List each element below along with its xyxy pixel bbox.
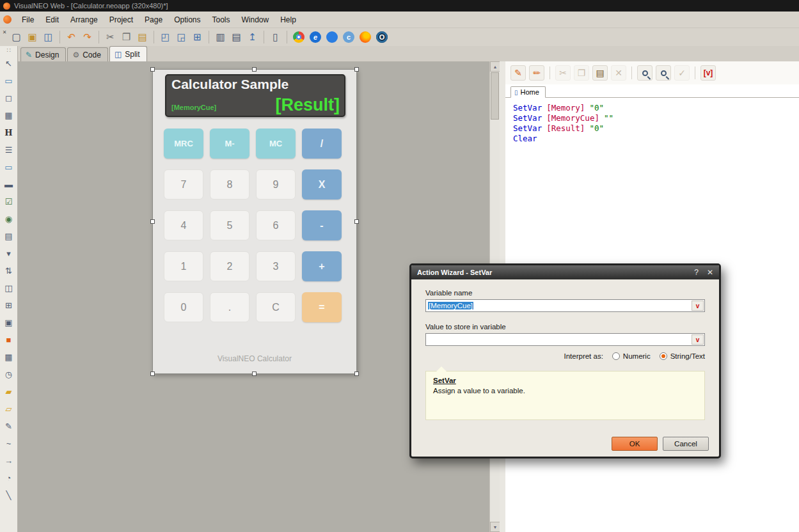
toolbar-close-icon[interactable]: ✕ [1,29,8,35]
selection-handle[interactable] [150,219,155,224]
rectangle-tool[interactable]: ▭ [1,72,17,90]
undo-icon[interactable]: ↶ [64,30,79,45]
pointer-tool[interactable]: ↖ [1,55,17,72]
text-entry-tool[interactable]: ▭ [1,159,17,176]
menu-item-options[interactable]: Options [168,13,206,27]
combobox-tool[interactable]: ▾ [1,245,17,262]
tab-control-tool[interactable]: ◫ [1,279,17,297]
edit-action-icon[interactable]: ✎ [510,65,526,81]
tab-code[interactable]: ⚙ Code [67,47,107,61]
selection-handle[interactable] [252,372,257,376]
checkbox-tool[interactable]: ☑ [1,193,17,210]
menu-item-arrange[interactable]: Arrange [65,13,104,27]
code-line[interactable]: SetVar[Memory]"0" [513,103,799,113]
scroll-up-icon[interactable]: ▲ [490,61,500,72]
timer-tool[interactable]: ◷ [1,366,17,383]
code-line[interactable]: SetVar[Result]"0" [513,123,799,134]
new-project-icon[interactable]: ▢ [9,30,24,45]
align-icon[interactable]: ⊞ [190,30,205,45]
calc-button-3[interactable]: 3 [256,251,296,281]
code-editor[interactable]: SetVar[Memory]"0" SetVar[MemoryCue]"" Se… [505,98,799,144]
numeric-radio-label[interactable]: Numeric [623,352,651,360]
save-icon[interactable]: ◫ [41,30,56,45]
arrow-tool[interactable]: → [1,452,17,469]
string-text-radio-label[interactable]: String/Text [670,352,705,360]
dialog-close-button[interactable]: ✕ [707,268,713,277]
menu-item-help[interactable]: Help [274,13,302,27]
redo-icon[interactable]: ↷ [80,30,95,45]
clock-tool[interactable]: ◔ [1,469,17,487]
menu-item-window[interactable]: Window [236,13,275,27]
calc-button-6[interactable]: 6 [256,210,296,240]
palette-grip-icon[interactable]: ∷ [6,47,10,55]
copy-icon[interactable]: ❐ [119,30,134,45]
calc-button-0[interactable]: 0 [164,292,203,322]
tab-design[interactable]: ✎ Design [20,47,66,61]
chrome-icon[interactable] [293,31,305,43]
calc-button-8[interactable]: 8 [210,169,249,199]
menu-item-page[interactable]: Page [139,13,168,27]
bring-to-front-icon[interactable]: ◰ [158,30,173,45]
open-project-icon[interactable]: ▣ [25,30,40,45]
calc-button-mrc[interactable]: MRC [164,129,203,159]
variable-picker-button[interactable]: v [692,334,704,345]
code-line[interactable]: Clear [513,134,799,144]
hotspot-tool[interactable]: ◻ [1,90,17,107]
calc-button-2[interactable]: 2 [210,251,249,281]
calc-button-mc[interactable]: MC [256,129,296,159]
menu-item-project[interactable]: Project [104,13,139,27]
value-input[interactable]: v [425,333,705,346]
curve-tool[interactable]: ~ [1,435,17,452]
button-tool[interactable]: ▬ [1,176,17,193]
selection-handle[interactable] [150,67,155,72]
safari-icon[interactable] [326,31,338,43]
opera-icon[interactable]: O [376,31,388,43]
image-tool[interactable]: ▦ [1,107,17,124]
paste-icon[interactable]: ▤ [135,30,150,45]
variable-picker-button[interactable]: v [692,301,704,311]
calc-button-multiply[interactable]: X [302,169,342,199]
find-replace-icon[interactable] [656,65,671,81]
listbox-tool[interactable]: ▤ [1,228,17,245]
edge-icon[interactable]: e [310,31,321,43]
calc-button-plus[interactable]: + [302,251,342,281]
calc-button-equals[interactable]: = [302,292,342,322]
tab-home[interactable]: ▯ Home [510,86,546,98]
dialog-titlebar[interactable]: Action Wizard - SetVar ? ✕ [411,265,719,279]
tab-split[interactable]: ◫ Split [109,46,147,61]
menu-item-edit[interactable]: Edit [40,13,65,27]
spin-button-tool[interactable]: ⇅ [1,262,17,279]
app-page[interactable]: Calculator Sample [Result] [MemoryCue] M… [152,69,357,374]
calc-button-minus[interactable]: - [302,210,342,240]
app-menu-icon[interactable] [3,15,12,24]
calc-button-mminus[interactable]: M- [210,129,249,159]
delete-icon[interactable]: ✕ [611,65,626,81]
color-swatch-tool[interactable]: ■ [1,331,17,348]
copy-icon[interactable]: ❐ [574,65,589,81]
selection-handle[interactable] [252,67,257,72]
grid-tool[interactable]: ⊞ [1,297,17,314]
calendar-tool[interactable]: ▦ [1,348,17,366]
variable-picker-icon[interactable]: [v] [700,65,716,81]
ok-button[interactable]: OK [612,437,658,451]
numeric-radio[interactable] [612,352,620,360]
calc-button-7[interactable]: 7 [164,169,203,199]
variable-name-input[interactable]: [MemoryCue] v [425,299,705,312]
calc-button-4[interactable]: 4 [164,210,203,240]
scroll-down-icon[interactable]: ▼ [490,522,500,532]
folder-tool[interactable]: ▰ [1,383,17,400]
code-line[interactable]: SetVar[MemoryCue]"" [513,113,799,123]
heading-tool[interactable]: H [1,124,17,141]
line-tool[interactable]: ╲ [1,487,17,504]
publish-icon[interactable]: ↥ [245,30,260,45]
preview-page-icon[interactable]: ▥ [213,30,228,45]
container-tool[interactable]: ▣ [1,314,17,331]
article-tool[interactable]: ☰ [1,141,17,159]
calc-button-decimal[interactable]: . [210,292,249,322]
spellcheck-icon[interactable]: ✓ [674,65,690,81]
calc-button-clear[interactable]: C [256,292,296,322]
scrollbar-thumb[interactable] [491,72,499,120]
selection-handle[interactable] [354,67,359,72]
calc-button-divide[interactable]: / [302,129,342,159]
document-icon[interactable]: ▯ [268,30,283,45]
